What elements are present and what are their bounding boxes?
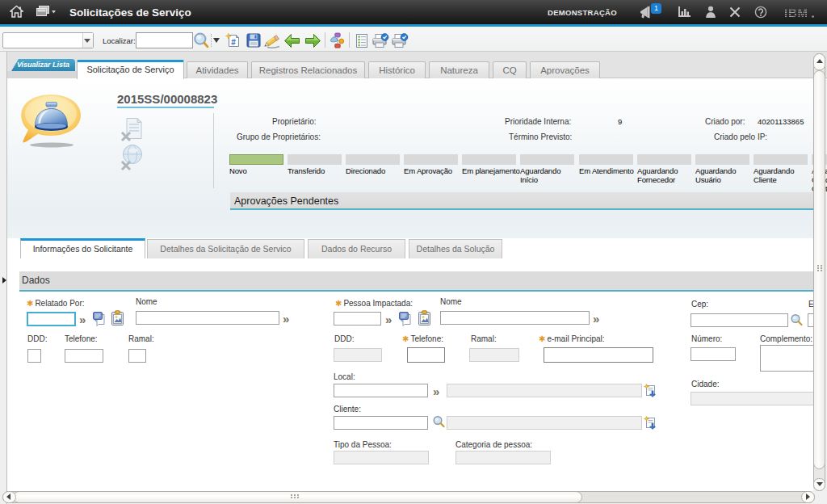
svg-text:#: # xyxy=(231,38,236,47)
svg-text:IBM: IBM xyxy=(784,7,808,18)
